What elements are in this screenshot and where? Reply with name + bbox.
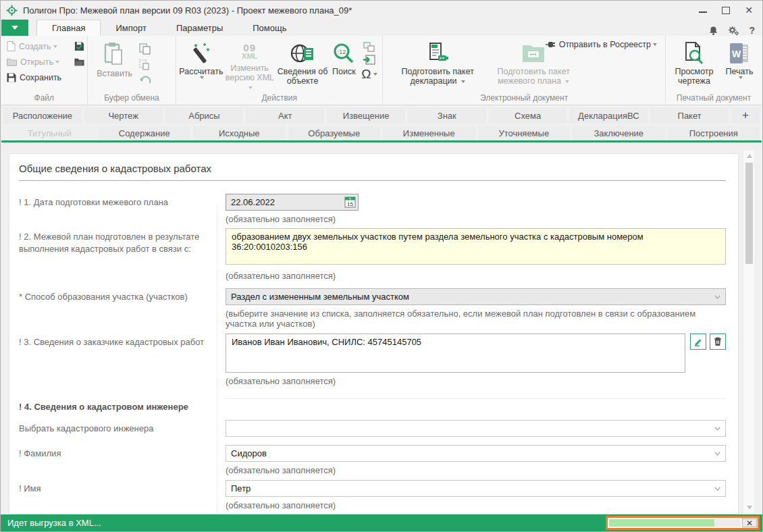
omega-symbol-button[interactable]: Ω: [361, 68, 377, 80]
add-tab-button[interactable]: +: [731, 107, 760, 124]
customer-textarea[interactable]: Иванов Иван Иванович, СНИЛС: 45745145705: [226, 334, 685, 373]
tab-znak[interactable]: Знак: [408, 107, 486, 124]
tab-paket[interactable]: Пакет: [650, 107, 729, 124]
tab-abrisy[interactable]: Абрисы: [165, 107, 244, 124]
tab-shema[interactable]: Схема: [489, 107, 567, 124]
delete-customer-button[interactable]: [710, 334, 726, 350]
copy-icon[interactable]: [139, 43, 151, 55]
tab-raspolozhenie[interactable]: Расположение: [3, 107, 82, 124]
group-label-file: Файл: [1, 93, 87, 103]
engineer-select[interactable]: [226, 420, 726, 437]
scroll-down-icon: [747, 506, 752, 510]
tab-deklaraciya-vs[interactable]: ДекларацияВС: [569, 107, 648, 124]
title-divider: [19, 180, 726, 181]
undo-icon[interactable]: [139, 75, 151, 85]
engineer-select-label: Выбрать кадастрового инженера: [19, 420, 217, 437]
method-select[interactable]: Раздел с измененным земельным участком: [226, 288, 726, 305]
group-label-actions: Действия: [176, 93, 382, 103]
open-button[interactable]: Открыть: [7, 55, 84, 69]
doc-tabs-row1: Расположение Чертеж Абрисы Акт Извещение…: [3, 107, 760, 124]
tab-zaklyuchenie[interactable]: Заключение: [573, 126, 665, 140]
progress-fill: [609, 519, 714, 527]
new-doc-icon: [7, 41, 16, 51]
tab-utochnyaemye[interactable]: Уточняемые: [478, 126, 571, 140]
required-hint: (обязательно заполняется): [226, 465, 726, 475]
date-input[interactable]: [226, 194, 359, 211]
firstname-select[interactable]: Петр: [226, 480, 726, 497]
ribbon-group-edoc: Подготовить пакет декларации Подготовить…: [383, 36, 666, 105]
reason-field-label: ! 2. Межевой план подготовлен в результа…: [19, 228, 217, 281]
bell-icon[interactable]: [708, 26, 718, 36]
tab-izveschenie[interactable]: Извещение: [327, 107, 405, 124]
dropdown-caret-icon: [248, 86, 253, 89]
create-button[interactable]: Создать: [7, 39, 84, 53]
word-doc-icon: W: [729, 43, 749, 64]
change-xml-version-button[interactable]: 09 XML Изменить версию XML: [223, 39, 276, 92]
paste-special-icon[interactable]: [139, 59, 149, 70]
window-title: Полигон Про: Межевой план версии 09 R03 …: [23, 5, 699, 16]
package-declaration-button[interactable]: Подготовить пакет декларации: [390, 39, 485, 92]
layers-icon[interactable]: [363, 42, 375, 52]
chevron-down-icon: [714, 295, 720, 299]
minimize-button[interactable]: [699, 11, 707, 13]
window-controls: ✕: [699, 5, 757, 15]
close-button[interactable]: ✕: [745, 5, 753, 15]
scrollbar-thumb[interactable]: [745, 163, 753, 264]
dropdown-caret-icon: [373, 73, 377, 76]
print-button[interactable]: W Печать: [720, 39, 759, 92]
scroll-down-button[interactable]: [743, 502, 755, 513]
date-field-label: ! 1. Дата подготовки межевого плана: [19, 194, 217, 224]
app-menu-button[interactable]: [1, 20, 28, 36]
send-rosreestr-button[interactable]: Отправить в Росреестр: [545, 40, 657, 49]
group-label-print: Печатный документ: [666, 93, 762, 103]
engineer-section-label: ! 4. Сведения о кадастровом инженере: [19, 396, 217, 413]
maximize-button[interactable]: [722, 7, 730, 14]
save-check-icon[interactable]: [74, 41, 84, 51]
tab-titulnyj[interactable]: Титульный: [3, 126, 96, 140]
chevron-down-icon: [714, 452, 720, 456]
pencil-icon: [694, 338, 703, 346]
group-label-edoc: Электронный документ: [383, 93, 665, 103]
drawing-preview-button[interactable]: Просмотр чертежа: [668, 39, 720, 92]
cancel-export-button[interactable]: ✕: [742, 518, 757, 527]
tab-postroeniya[interactable]: Построения: [668, 126, 760, 140]
reason-textarea[interactable]: образованием двух земельных участков пут…: [226, 228, 726, 265]
menu-tab-import[interactable]: Импорт: [101, 20, 161, 36]
ribbon-group-file: Создать Открыть Сохранить: [1, 36, 88, 105]
method-field-label: * Способ образования участка (участков): [19, 288, 217, 329]
menu-tab-glavnaya[interactable]: Главная: [36, 20, 101, 36]
paste-button[interactable]: Вставить: [90, 39, 139, 92]
search-button[interactable]: :12 Поиск: [329, 39, 359, 92]
edit-customer-button[interactable]: [690, 334, 706, 350]
xml-package-icon: [426, 42, 449, 65]
tab-chertezh[interactable]: Чертеж: [84, 107, 163, 124]
surname-select[interactable]: Сидоров: [226, 445, 726, 462]
tab-akt[interactable]: Акт: [246, 107, 324, 124]
tab-obrazuemye[interactable]: Образуемые: [288, 126, 381, 140]
tab-ishodnye[interactable]: Исходные: [193, 126, 286, 140]
folder-icon[interactable]: [74, 57, 84, 66]
form-section-title: Общие сведения о кадастровых работах: [19, 163, 726, 174]
help-icon[interactable]: ?: [749, 25, 755, 36]
tab-izmenennye[interactable]: Измененные: [383, 126, 475, 140]
search-icon: :12: [333, 43, 354, 64]
menu-tab-pomosch[interactable]: Помощь: [238, 20, 301, 36]
required-hint: (обязательно заполняется): [226, 376, 726, 386]
tab-soderzhanie[interactable]: Содержание: [99, 126, 191, 140]
required-hint: (обязательно заполняется): [226, 500, 726, 510]
calendar-button[interactable]: 15: [343, 196, 357, 209]
menu-tab-parametry[interactable]: Параметры: [161, 20, 238, 36]
menu-bar-right: ?: [708, 25, 762, 36]
dropdown-caret-icon: [53, 45, 57, 48]
dropdown-caret-icon: [739, 76, 743, 79]
vertical-scrollbar[interactable]: [743, 151, 754, 513]
import-arrow-icon[interactable]: [363, 55, 375, 65]
ribbon-group-clipboard: Вставить Буфер обмена: [88, 36, 177, 105]
calculate-button[interactable]: Рассчитать: [179, 39, 223, 92]
scroll-up-button[interactable]: [743, 151, 755, 161]
settings-gears-icon[interactable]: [728, 26, 739, 36]
doc-tabs-row2: Титульный Содержание Исходные Образуемые…: [3, 126, 760, 140]
object-info-button[interactable]: Сведения об объекте: [276, 39, 329, 92]
save-button[interactable]: Сохранить: [7, 70, 84, 84]
chevron-down-icon: [714, 487, 720, 491]
